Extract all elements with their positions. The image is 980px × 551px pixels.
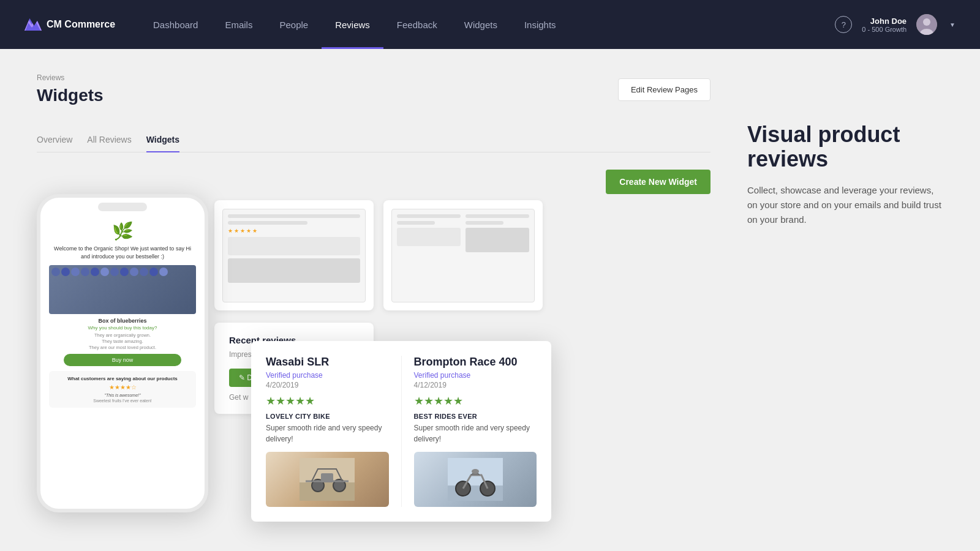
breadcrumb: Reviews — [37, 73, 104, 82]
nav-emails[interactable]: Emails — [211, 0, 266, 49]
navbar: CM Commerce Dashboard Emails People Revi… — [0, 0, 980, 49]
user-menu-chevron[interactable]: ▼ — [949, 21, 956, 28]
phone-product-name: Box of blueberries — [49, 318, 196, 324]
nav-reviews[interactable]: Reviews — [322, 0, 383, 49]
phone-review-quote: "This is awesome!" — [54, 393, 191, 397]
review-stars-2: ★★★★★ — [414, 394, 537, 408]
help-button[interactable]: ? — [835, 16, 852, 33]
widget-area: Create New Widget 🌿 Welcome to the Organ… — [37, 170, 710, 515]
svg-point-12 — [480, 481, 495, 496]
review-date-1: 4/20/2019 — [266, 381, 389, 389]
phone-area: 🌿 Welcome to the Organic Shop! We just w… — [37, 170, 208, 512]
phone-mockup: 🌿 Welcome to the Organic Shop! We just w… — [37, 194, 208, 512]
nav-people[interactable]: People — [266, 0, 322, 49]
phone-stars: ★★★★☆ — [54, 384, 191, 391]
review-verified-2: Verified purchase — [414, 371, 537, 380]
user-info: John Doe 0 - 500 Growth — [862, 17, 907, 33]
tabs: Overview All Reviews Widgets — [37, 135, 710, 152]
widget-cards-container: ★★★★★ — [214, 200, 543, 310]
review-title-1: LOVELY CITY BIKE — [266, 413, 389, 420]
logo[interactable]: CM Commerce — [24, 18, 115, 31]
svg-point-13 — [472, 469, 479, 474]
review-text-2: Super smooth ride and very speedy delive… — [414, 422, 537, 444]
review-date-2: 4/12/2019 — [414, 381, 537, 389]
review-stars-1: ★★★★★ — [266, 394, 389, 408]
phone-welcome-text: Welcome to the Organic Shop! We just wan… — [49, 245, 196, 260]
review-verified-1: Verified purchase — [266, 371, 389, 380]
nav-insights[interactable]: Insights — [511, 0, 570, 49]
main-content: Reviews Widgets Edit Review Pages Overvi… — [0, 49, 980, 551]
phone-why-text: Why you should buy this today? — [49, 325, 196, 331]
phone-desc-1: They are organically grown. They taste a… — [49, 332, 196, 350]
nav-feedback[interactable]: Feedback — [383, 0, 451, 49]
review-product-1: Wasabi SLR — [266, 356, 389, 369]
phone-product-image — [49, 265, 196, 314]
nav-dashboard[interactable]: Dashboard — [140, 0, 211, 49]
phone-content: 🌿 Welcome to the Organic Shop! We just w… — [40, 217, 205, 411]
page-header: Reviews Widgets Edit Review Pages — [37, 73, 710, 120]
user-plan: 0 - 500 Growth — [862, 26, 907, 33]
svg-point-1 — [923, 18, 930, 26]
left-panel: Reviews Widgets Edit Review Pages Overvi… — [37, 73, 710, 527]
avatar[interactable] — [916, 14, 937, 35]
logo-icon — [24, 18, 42, 31]
page-title: Widgets — [37, 86, 104, 105]
phone-reviews-section: What customers are saying about our prod… — [49, 371, 196, 408]
phone-leaf-icon: 🌿 — [112, 222, 134, 241]
review-item-2: Brompton Race 400 Verified purchase 4/12… — [401, 356, 537, 507]
phone-buy-button[interactable]: Buy now — [64, 354, 181, 366]
phone-notch — [98, 203, 147, 211]
svg-rect-8 — [321, 473, 333, 482]
right-panel: Visual product reviews Collect, showcase… — [747, 73, 943, 527]
widget-card-2[interactable] — [383, 200, 543, 310]
review-text-1: Super smooth ride and very speedy delive… — [266, 422, 389, 444]
user-name: John Doe — [862, 17, 907, 26]
phone-logo: 🌿 — [49, 221, 196, 241]
review-image-2 — [414, 452, 537, 507]
tab-overview[interactable]: Overview — [37, 135, 72, 152]
svg-rect-4 — [300, 482, 355, 501]
product-review-popup: Wasabi SLR Verified purchase 4/20/2019 ★… — [251, 341, 551, 522]
right-panel-description: Collect, showcase and leverage your revi… — [747, 183, 943, 227]
review-item-1: Wasabi SLR Verified purchase 4/20/2019 ★… — [266, 356, 389, 507]
review-product-2: Brompton Race 400 — [414, 356, 537, 369]
review-title-2: BEST RIDES EVER — [414, 413, 537, 420]
nav-right: ? John Doe 0 - 500 Growth ▼ — [835, 14, 956, 35]
widget-card-1[interactable]: ★★★★★ — [214, 200, 374, 310]
tab-all-reviews[interactable]: All Reviews — [87, 135, 131, 152]
phone-reviews-title: What customers are saying about our prod… — [54, 376, 191, 381]
logo-text: CM Commerce — [47, 19, 115, 30]
create-new-widget-button[interactable]: Create New Widget — [606, 170, 710, 194]
right-panel-title: Visual product reviews — [747, 122, 943, 171]
tab-widgets[interactable]: Widgets — [146, 135, 179, 152]
phone-reviewer: Sweetest fruits I've ever eaten! — [54, 399, 191, 403]
review-image-1 — [266, 452, 389, 507]
nav-widgets[interactable]: Widgets — [451, 0, 511, 49]
edit-review-pages-button[interactable]: Edit Review Pages — [618, 78, 710, 101]
nav-items: Dashboard Emails People Reviews Feedback… — [140, 0, 835, 49]
